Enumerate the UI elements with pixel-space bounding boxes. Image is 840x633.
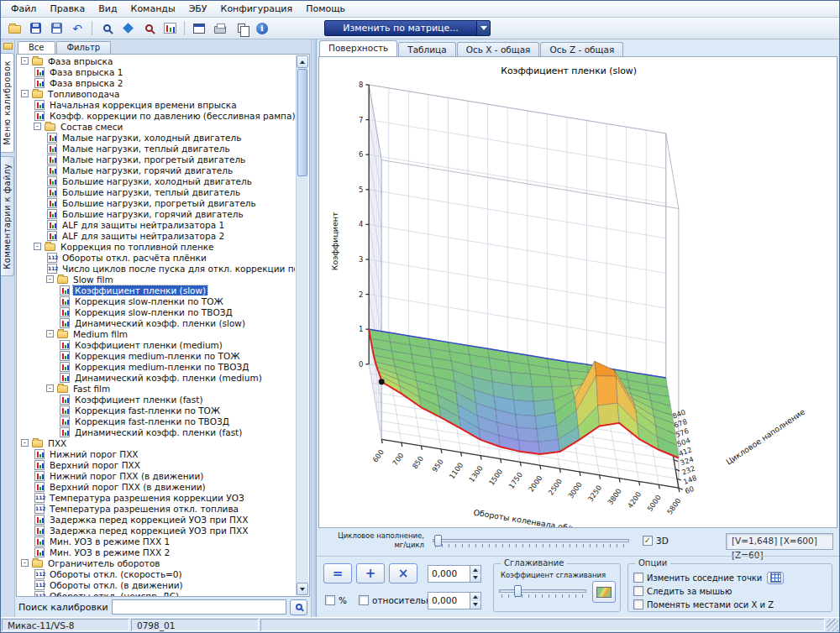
relative-spinbox[interactable]: 0,000 <box>428 592 481 609</box>
tree-item[interactable]: Задержка перед коррекцией УОЗ при ПХХ <box>18 525 295 536</box>
spin-up-button[interactable] <box>470 593 480 601</box>
tree-item[interactable]: Малые нагрузки, горячий двигатель <box>18 165 295 175</box>
menu-item-config[interactable]: Конфигурация <box>214 1 300 17</box>
checkbox-edit-neighbors[interactable]: Изменить соседние точки <box>633 573 762 583</box>
add-value-button[interactable]: + <box>356 563 385 583</box>
spin-up-button[interactable] <box>470 566 480 574</box>
tree-tab-filter[interactable]: Фильтр <box>56 41 112 54</box>
tab-surface[interactable]: Поверхность <box>319 40 397 56</box>
tree-item[interactable]: Мин. УОЗ в режиме ПХХ 1 <box>18 536 295 547</box>
tree-item[interactable]: Начальная коррекция времени впрыска <box>18 99 295 110</box>
menu-item-help[interactable]: Помощь <box>299 1 352 17</box>
tab-table[interactable]: Таблица <box>398 42 455 56</box>
tree-expander[interactable]: - <box>21 439 29 447</box>
tree-expander[interactable]: - <box>21 90 29 97</box>
tree-item[interactable]: Динамический коэфф. пленки (slow) <box>18 317 295 328</box>
tree-item[interactable]: Большие нагрузки, теплый двигатель <box>18 186 295 197</box>
resize-grip[interactable] <box>827 619 838 631</box>
tree-folder[interactable]: -Slow film <box>18 274 295 285</box>
tab-axis-x[interactable]: Ось X - общая <box>457 42 540 56</box>
side-tab-file-comments[interactable]: Комментарии к файлу <box>1 156 14 277</box>
tree-item[interactable]: 112Обороты откл. (скорость=0) <box>18 568 295 579</box>
chevron-down-icon[interactable] <box>476 21 490 35</box>
tree-item[interactable]: Верхний порог ПХХ (в движении) <box>18 481 295 492</box>
print-button[interactable] <box>210 19 230 38</box>
scroll-thumb[interactable] <box>297 69 307 176</box>
matrix-combo[interactable]: Изменить по матрице... <box>324 20 491 36</box>
target-button[interactable] <box>118 19 138 38</box>
tree-item[interactable]: Коррекция fast-пленки по ТВОЗД <box>18 416 295 426</box>
menu-item-edit[interactable]: Правка <box>43 1 92 17</box>
save-all-button[interactable] <box>46 19 66 38</box>
menu-item-file[interactable]: Файл <box>4 1 43 17</box>
tab-axis-z[interactable]: Ось Z - общая <box>540 42 623 56</box>
tree-item[interactable]: Фаза впрыска 2 <box>18 77 295 88</box>
tree-expander[interactable]: - <box>46 385 54 392</box>
cyclic-filling-slider[interactable] <box>433 534 629 549</box>
value-spinbox[interactable]: 0,000 <box>428 565 481 583</box>
tree-expander[interactable]: - <box>21 559 29 567</box>
neighbor-grid-button[interactable] <box>767 572 784 584</box>
menu-item-commands[interactable]: Команды <box>124 1 182 17</box>
tree-item[interactable]: Коррекция slow-пленки по ТОЖ <box>18 296 295 306</box>
checkbox-follow-mouse[interactable]: Следить за мышью <box>633 586 732 596</box>
checkbox-relative[interactable]: относительно <box>359 595 437 605</box>
zoom-selection-button[interactable] <box>97 19 117 38</box>
side-tab-calibration-menu[interactable]: Меню калибровок <box>1 53 14 153</box>
tree-folder[interactable]: -Medium film <box>18 328 295 339</box>
tree-item[interactable]: Коэфф. коррекции по давлению (бессливная… <box>18 110 295 121</box>
tree-item[interactable]: Малые нагрузки, теплый двигатель <box>18 143 295 154</box>
scroll-down-button[interactable] <box>297 583 308 595</box>
window-layout-button[interactable] <box>189 19 209 38</box>
tree-expander[interactable]: - <box>34 243 41 250</box>
selected-point-marker[interactable] <box>379 379 385 385</box>
tree-item[interactable]: Малые нагрузки, холодный двигатель <box>18 132 295 143</box>
tree-item[interactable]: Мин. УОЗ в режиме ПХХ 2 <box>18 547 295 557</box>
save-file-button[interactable] <box>25 19 45 38</box>
tree-item[interactable]: Коррекция slow-пленки по ТВОЗД <box>18 306 295 317</box>
tree-folder[interactable]: -Коррекция по топливной пленке <box>18 241 295 252</box>
spin-down-button[interactable] <box>470 601 480 609</box>
tree-item[interactable]: 112Температура разрешения откл. топлива <box>18 503 295 514</box>
info-button[interactable]: i <box>252 19 272 38</box>
chart-view-button[interactable] <box>160 19 180 38</box>
zoom-button[interactable] <box>139 19 159 38</box>
open-file-button[interactable] <box>4 19 24 38</box>
tree-folder[interactable]: -ПХХ <box>18 437 295 448</box>
spinner[interactable] <box>470 566 480 582</box>
tree-item[interactable]: Задержка перед коррекцией УОЗ при ПХХ <box>18 514 295 525</box>
tree-item[interactable]: 112Обороты откл. расчёта плёнки <box>18 252 295 263</box>
scroll-up-button[interactable] <box>297 55 308 68</box>
tree-item[interactable]: 112Обороты откл. (неиспр. ДС) <box>18 590 295 597</box>
multiply-value-button[interactable]: × <box>389 563 417 583</box>
tree-item[interactable]: Коррекция medium-пленки по ТОЖ <box>18 350 295 361</box>
checkbox-swap-axes[interactable]: Поменять местами оси X и Z <box>633 599 774 609</box>
tree-item[interactable]: Верхний порог ПХХ <box>18 459 295 470</box>
tree-folder[interactable]: -Fast film <box>18 383 295 394</box>
checkbox-3d[interactable]: 3D <box>643 536 669 546</box>
relative-field[interactable]: 0,000 <box>428 593 470 609</box>
tree-item-selected[interactable]: Коэффициент пленки (slow) <box>18 285 295 296</box>
tree-item[interactable]: Фаза впрыска 1 <box>18 66 295 77</box>
tree-item[interactable]: ALF для защиты нейтрализатора 2 <box>18 230 295 241</box>
tree-item[interactable]: 112Обороты откл. (в движении) <box>18 579 295 590</box>
tree-item[interactable]: 112Число циклов после пуска для откл. ко… <box>18 263 295 274</box>
search-button[interactable] <box>290 599 307 615</box>
tree-folder[interactable]: -Ограничитель оборотов <box>18 557 295 568</box>
tree-item[interactable]: Нижний порог ПХХ <box>18 448 295 459</box>
tree-item[interactable]: Нижний порог ПХХ (в движении) <box>18 470 295 481</box>
tree-item[interactable]: ALF для защиты нейтрализатора 1 <box>18 219 295 230</box>
tree-item[interactable]: Динамический коэфф. пленки (medium) <box>18 372 295 383</box>
tree-item[interactable]: Коэффициент пленки (fast) <box>18 394 295 405</box>
undo-button[interactable]: ↶ <box>67 19 87 38</box>
spin-down-button[interactable] <box>470 574 480 583</box>
tree-item[interactable]: Большие нагрузки, горячий двигатель <box>18 208 295 219</box>
tree-item[interactable]: Малые нагрузки, прогретый двигатель <box>18 154 295 165</box>
tree-item[interactable]: 112Температура разрешения коррекции УОЗ <box>18 492 295 503</box>
slider-thumb[interactable] <box>514 585 522 597</box>
surface-plot[interactable]: Коэффициент пленки (slow)012345678600700… <box>318 56 837 528</box>
set-value-button[interactable]: = <box>323 563 352 583</box>
tree-scrollbar[interactable] <box>296 55 308 595</box>
spinner[interactable] <box>470 593 480 609</box>
tree-item[interactable]: Коррекция medium-пленки по ТВОЗД <box>18 361 295 372</box>
